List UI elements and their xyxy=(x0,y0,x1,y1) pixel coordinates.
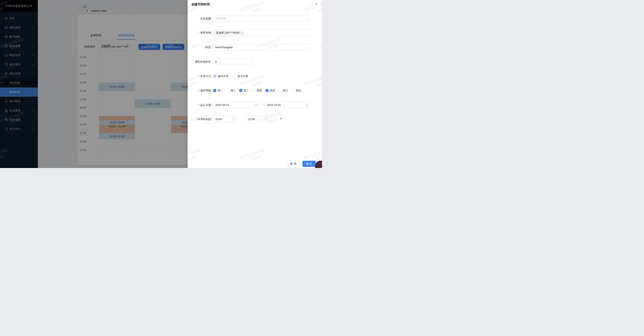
drawer-title: 创建空闲时间 xyxy=(192,3,210,7)
break-duration-input[interactable]: 5 xyxy=(213,59,252,65)
add-period-icon[interactable]: + xyxy=(280,117,282,121)
chevron-down-icon xyxy=(307,46,308,48)
field-timezone: *时区: Asia/Shanghai xyxy=(188,44,322,51)
tag-close-icon[interactable]: ✕ xyxy=(240,32,242,34)
period-end-time-input[interactable]: 22:00 xyxy=(246,116,270,122)
field-teacher-name: *老师名称: 高老师 183****6100 ✕ xyxy=(188,30,322,36)
checkbox-monday[interactable] xyxy=(213,89,216,92)
field-label: 时区: xyxy=(206,46,212,49)
calendar-icon xyxy=(306,104,308,107)
checkbox-saturday[interactable] xyxy=(278,89,282,92)
field-label: 老师名称: xyxy=(200,31,212,34)
field-cycle-days: *循环周期: 周一 周二 周三 周四 周五 周六 周日 xyxy=(188,88,322,94)
required-mark: * xyxy=(196,118,197,121)
create-free-time-drawer: 创建空闲时间 ✕ 历史创建: 历史创建 *老师名称: 高老师 183****61… xyxy=(188,0,322,168)
required-mark: * xyxy=(199,31,200,34)
period-start-time-input[interactable]: 20:00 xyxy=(213,116,237,122)
range-separator: ~ xyxy=(262,103,264,106)
clock-icon xyxy=(232,118,235,121)
checkbox-tuesday[interactable] xyxy=(226,89,230,92)
required-mark: * xyxy=(193,60,194,63)
field-label: 起止日期: xyxy=(200,103,212,107)
drawer-footer: 取 消 确 定 xyxy=(188,159,322,168)
field-share-mode: *共享方式: 循环共享 按天共享 xyxy=(188,73,322,80)
start-date-input[interactable]: 2025-09-12 xyxy=(213,102,260,108)
ok-button[interactable]: 确 定 xyxy=(302,161,316,167)
field-share-period: *共享时间段: 20:00 22:00 + xyxy=(188,116,322,123)
teacher-tag: 高老师 183****6100 ✕ xyxy=(214,30,244,35)
timezone-select[interactable]: Asia/Shanghai xyxy=(213,44,310,50)
teacher-name-select[interactable]: 高老师 183****6100 ✕ xyxy=(213,30,310,36)
checkbox-sunday[interactable] xyxy=(292,89,295,92)
end-date-input[interactable]: 2025-10-31 xyxy=(265,102,310,108)
field-label: 共享时间段: xyxy=(198,118,212,121)
required-mark: * xyxy=(204,46,205,49)
field-label: 历史创建: xyxy=(200,17,212,20)
calendar-icon xyxy=(254,104,258,107)
field-break-duration: *课间休息时长: 5 xyxy=(188,59,322,66)
history-select[interactable]: 历史创建 xyxy=(213,15,310,22)
radio-label[interactable]: 循环共享 xyxy=(218,75,228,78)
checkbox-wednesday[interactable] xyxy=(239,89,242,92)
cancel-button[interactable]: 取 消 xyxy=(287,161,299,167)
close-icon[interactable]: ✕ xyxy=(315,3,318,6)
field-label: 课间休息时长: xyxy=(195,60,212,63)
required-mark: * xyxy=(199,103,200,107)
field-history: 历史创建: 历史创建 xyxy=(188,15,322,22)
required-mark: * xyxy=(199,89,200,92)
clock-icon xyxy=(265,118,268,121)
radio-cycle-share[interactable] xyxy=(213,75,216,78)
app-root: XX科技股份有限公司 首页 课程管理 教学辅助 教务管理 网盘管理 xyxy=(0,0,322,168)
field-label: 循环周期: xyxy=(200,89,212,92)
field-date-range: *起止日期: 2025-09-12 ~ 2025-10-31 xyxy=(188,102,322,109)
placeholder-text: 历史创建 xyxy=(215,17,226,20)
radio-label[interactable]: 按天共享 xyxy=(238,75,248,78)
checkbox-friday[interactable] xyxy=(266,89,268,92)
drawer-header: 创建空闲时间 ✕ xyxy=(188,0,322,9)
radio-by-day-share[interactable] xyxy=(233,75,236,78)
required-mark: * xyxy=(199,75,200,78)
chevron-down-icon xyxy=(307,18,308,20)
field-label: 共享方式: xyxy=(200,75,212,78)
checkbox-thursday[interactable] xyxy=(252,89,255,92)
